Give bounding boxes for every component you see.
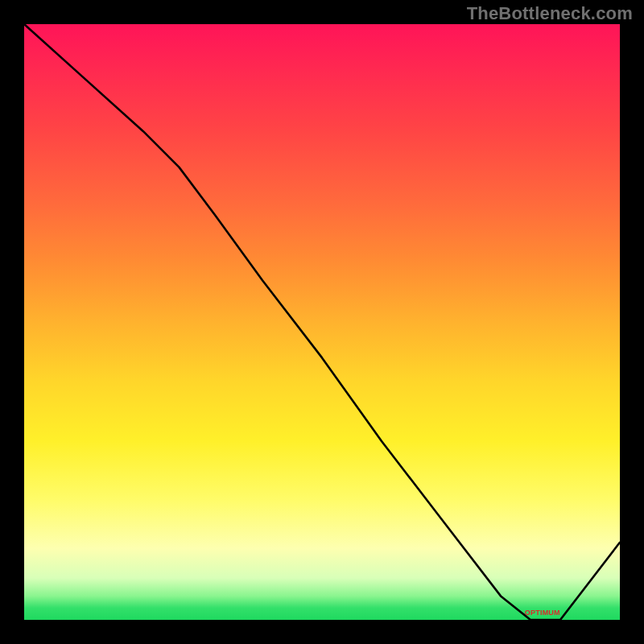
watermark-text: TheBottleneck.com — [467, 3, 633, 24]
bottleneck-curve — [24, 24, 620, 620]
chart-frame: TheBottleneck.com OPTIMUM — [0, 0, 644, 644]
curve-svg — [24, 24, 620, 620]
plot-area: OPTIMUM — [24, 24, 620, 620]
optimum-marker: OPTIMUM — [525, 609, 560, 617]
